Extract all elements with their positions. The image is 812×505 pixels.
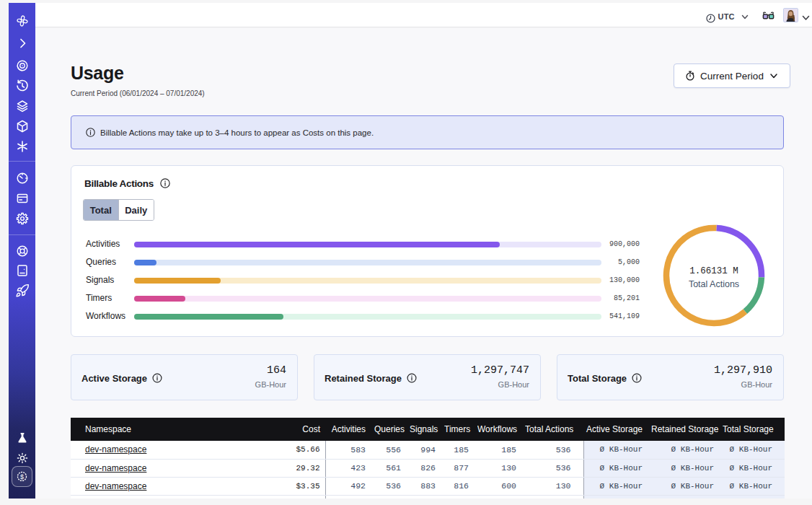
svg-text:$: $ bbox=[20, 473, 24, 480]
